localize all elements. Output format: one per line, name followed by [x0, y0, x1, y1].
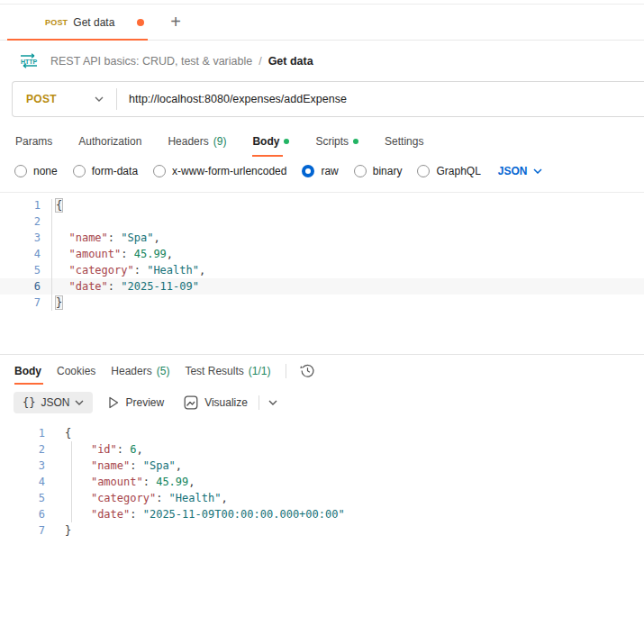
line-number: 4: [0, 474, 45, 490]
response-tab-test-results[interactable]: Test Results (1/1): [185, 355, 270, 386]
line-number: 1: [0, 425, 45, 441]
method-select[interactable]: POST: [13, 82, 116, 116]
http-request-icon: HTTP: [18, 53, 40, 68]
image-visualize-icon: [184, 395, 198, 410]
breadcrumb: HTTP REST API basics: CRUD, test & varia…: [0, 41, 644, 81]
tab-body[interactable]: Body: [252, 128, 289, 155]
response-tabs: Body Cookies Headers (5) Test Results (1…: [0, 355, 644, 386]
line-number: 6: [0, 278, 41, 295]
tab-method-label: POST: [45, 18, 68, 27]
visualize-button[interactable]: Visualize: [184, 395, 248, 410]
svg-text:HTTP: HTTP: [21, 59, 38, 65]
tab-headers[interactable]: Headers (9): [168, 128, 226, 155]
response-tab-test-results-label: Test Results: [185, 365, 243, 377]
response-format-select[interactable]: {} JSON: [14, 392, 93, 413]
code-text: {: [45, 425, 71, 441]
response-headers-count-badge: (5): [157, 365, 170, 377]
new-tab-button[interactable]: +: [162, 5, 189, 40]
radio-urlencoded-label: x-www-form-urlencoded: [172, 165, 286, 177]
code-text: "date": "2025-11-09T00:00:00.000+00:00": [45, 506, 345, 522]
radio-none: [14, 165, 27, 177]
request-tab-get-data[interactable]: POST Get data: [7, 5, 148, 40]
tab-headers-label: Headers: [168, 135, 208, 148]
code-text: }: [45, 522, 71, 539]
code-text: "category": "Health",: [41, 262, 205, 278]
line-number: 7: [0, 295, 41, 311]
radio-binary-label: binary: [373, 165, 403, 177]
body-type-graphql[interactable]: GraphQL: [417, 165, 480, 177]
breadcrumb-current-request: Get data: [268, 55, 313, 68]
line-number: 2: [0, 441, 45, 458]
code-line[interactable]: 4 "amount": 45.99,: [0, 246, 644, 262]
breadcrumb-collection[interactable]: REST API basics: CRUD, test & variable: [50, 55, 252, 68]
line-number: 6: [0, 506, 45, 522]
scripts-modified-dot: [353, 139, 358, 144]
visualize-label: Visualize: [204, 396, 248, 409]
code-line[interactable]: 7}: [0, 295, 644, 311]
line-number: 3: [0, 230, 41, 246]
tab-params[interactable]: Params: [15, 128, 52, 155]
request-url-bar: POST http://localhost:8080/expenses/addE…: [12, 81, 644, 117]
body-type-options: none form-data x-www-form-urlencoded raw…: [0, 159, 644, 184]
response-tab-body[interactable]: Body: [14, 355, 41, 386]
tab-bar: POST Get data +: [0, 5, 644, 41]
body-type-form-data[interactable]: form-data: [73, 165, 138, 177]
url-input[interactable]: http://localhost:8080/expenses/addExpens…: [117, 93, 644, 105]
body-type-urlencoded[interactable]: x-www-form-urlencoded: [153, 165, 286, 177]
app-root: POST Get data + HTTP REST API basics: CR…: [0, 0, 644, 539]
tab-authorization[interactable]: Authorization: [78, 128, 141, 155]
radio-raw-label: raw: [321, 165, 338, 177]
response-tab-cookies-label: Cookies: [57, 365, 95, 377]
line-number: 4: [0, 246, 41, 262]
request-body-editor[interactable]: 1{23 "name": "Spa",4 "amount": 45.99,5 "…: [0, 192, 644, 355]
curly-braces-icon: {}: [23, 396, 35, 409]
radio-graphql: [417, 165, 430, 177]
radio-binary: [354, 165, 367, 177]
code-line[interactable]: 1{: [0, 197, 644, 213]
code-line[interactable]: 5 "category": "Health",: [0, 262, 644, 278]
raw-language-select[interactable]: JSON: [498, 165, 542, 177]
headers-count-badge: (9): [213, 135, 227, 148]
body-type-binary[interactable]: binary: [354, 165, 403, 177]
line-number: 7: [0, 522, 45, 539]
chevron-down-icon: [75, 400, 84, 405]
breadcrumb-separator: /: [259, 55, 261, 68]
radio-none-label: none: [33, 165, 58, 177]
code-text: "name": "Spa",: [41, 230, 160, 246]
code-line[interactable]: 5 "category": "Health",: [0, 490, 644, 506]
code-line[interactable]: 3 "name": "Spa",: [0, 458, 644, 474]
response-tabs-divider: [286, 364, 286, 378]
tab-scripts[interactable]: Scripts: [315, 128, 358, 155]
preview-label: Preview: [125, 396, 164, 409]
tab-title: Get data: [73, 16, 114, 29]
code-line[interactable]: 1{: [0, 425, 644, 441]
response-tab-cookies[interactable]: Cookies: [57, 355, 95, 386]
response-tab-headers[interactable]: Headers (5): [111, 355, 169, 386]
body-type-raw[interactable]: raw: [302, 165, 338, 177]
response-body-editor[interactable]: 1{2 "id": 6,3 "name": "Spa",4 "amount": …: [0, 419, 644, 539]
radio-urlencoded: [153, 165, 166, 177]
code-line[interactable]: 7}: [0, 522, 644, 539]
code-line[interactable]: 2 "id": 6,: [0, 441, 644, 458]
tab-settings[interactable]: Settings: [385, 128, 423, 155]
code-text: "name": "Spa",: [45, 458, 182, 474]
tab-settings-label: Settings: [385, 135, 423, 148]
code-text: "amount": 45.99,: [45, 474, 195, 490]
response-history-button[interactable]: [300, 363, 315, 378]
code-text: "id": 6,: [45, 441, 143, 458]
line-number: 2: [0, 213, 41, 230]
code-line[interactable]: 3 "name": "Spa",: [0, 230, 644, 246]
line-number: 5: [0, 490, 45, 506]
chevron-down-icon: [533, 168, 542, 174]
code-line[interactable]: 6 "date": "2025-11-09": [0, 278, 644, 295]
response-tab-headers-label: Headers: [111, 365, 151, 377]
code-text: "date": "2025-11-09": [41, 278, 199, 295]
preview-button[interactable]: Preview: [108, 396, 164, 409]
code-text: "amount": 45.99,: [41, 246, 173, 262]
body-type-none[interactable]: none: [14, 165, 58, 177]
code-line[interactable]: 6 "date": "2025-11-09T00:00:00.000+00:00…: [0, 506, 644, 522]
code-line[interactable]: 4 "amount": 45.99,: [0, 474, 644, 490]
code-line[interactable]: 2: [0, 213, 644, 230]
more-view-options-button[interactable]: [268, 400, 277, 405]
raw-language-value: JSON: [498, 165, 528, 177]
